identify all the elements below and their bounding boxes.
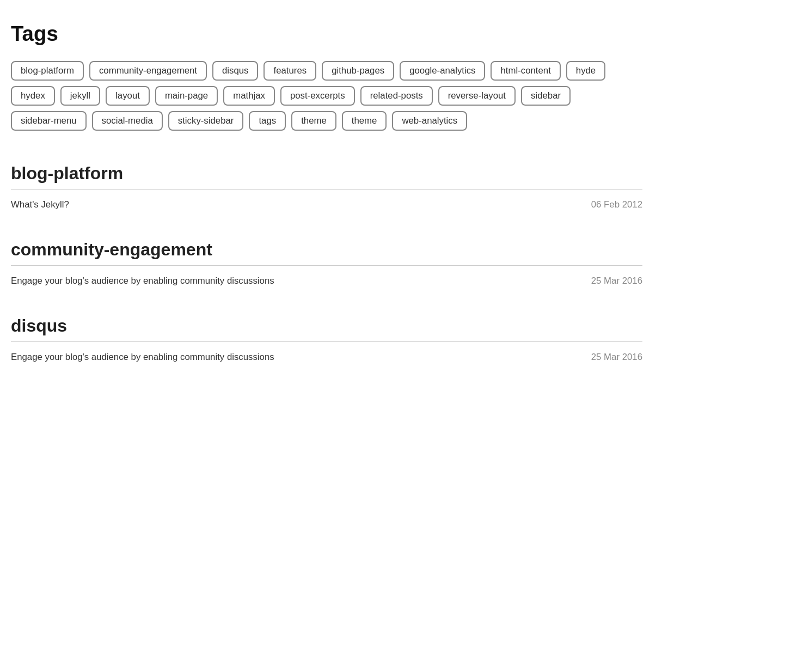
tag-badge[interactable]: layout: [106, 86, 150, 106]
tag-section: blog-platformWhat's Jekyll?06 Feb 2012: [11, 163, 642, 212]
tag-badge[interactable]: community-engagement: [89, 61, 207, 81]
tag-badge[interactable]: sticky-sidebar: [168, 111, 244, 131]
tag-badge[interactable]: blog-platform: [11, 61, 84, 81]
tag-badge[interactable]: web-analytics: [392, 111, 467, 131]
tag-post-row: What's Jekyll?06 Feb 2012: [11, 197, 642, 212]
tag-badge[interactable]: features: [263, 61, 316, 81]
tag-post-date: 25 Mar 2016: [591, 352, 642, 363]
tag-section: community-engagementEngage your blog's a…: [11, 240, 642, 289]
tag-badge[interactable]: jekyll: [60, 86, 100, 106]
tag-badge[interactable]: hyde: [566, 61, 605, 81]
tag-badge[interactable]: sidebar: [521, 86, 571, 106]
tag-badge[interactable]: reverse-layout: [438, 86, 516, 106]
tag-badge[interactable]: main-page: [155, 86, 218, 106]
tag-badge[interactable]: disqus: [212, 61, 259, 81]
tag-badge[interactable]: sidebar-menu: [11, 111, 87, 131]
tag-post-row: Engage your blog's audience by enabling …: [11, 273, 642, 289]
tags-container: blog-platformcommunity-engagementdisqusf…: [11, 61, 642, 131]
tag-section: disqusEngage your blog's audience by ena…: [11, 316, 642, 365]
tag-post-date: 25 Mar 2016: [591, 276, 642, 286]
tag-post-row: Engage your blog's audience by enabling …: [11, 350, 642, 365]
tag-badge[interactable]: theme: [291, 111, 336, 131]
tag-post-title[interactable]: Engage your blog's audience by enabling …: [11, 352, 274, 363]
tag-section-title: community-engagement: [11, 240, 642, 266]
tag-section-title: blog-platform: [11, 163, 642, 190]
tag-badge[interactable]: google-analytics: [400, 61, 485, 81]
tag-post-title[interactable]: What's Jekyll?: [11, 199, 69, 210]
tag-badge[interactable]: mathjax: [223, 86, 275, 106]
tag-badge[interactable]: related-posts: [360, 86, 433, 106]
tag-badge[interactable]: hydex: [11, 86, 55, 106]
tag-badge[interactable]: github-pages: [322, 61, 394, 81]
tag-badge[interactable]: post-excerpts: [280, 86, 355, 106]
tag-badge[interactable]: tags: [249, 111, 286, 131]
tag-post-title[interactable]: Engage your blog's audience by enabling …: [11, 276, 274, 286]
tag-post-date: 06 Feb 2012: [591, 199, 642, 210]
tag-badge[interactable]: html-content: [491, 61, 560, 81]
page-title: Tags: [11, 22, 642, 46]
tag-section-title: disqus: [11, 316, 642, 342]
tag-badge[interactable]: theme: [342, 111, 387, 131]
tag-badge[interactable]: social-media: [92, 111, 163, 131]
sections-container: blog-platformWhat's Jekyll?06 Feb 2012co…: [11, 163, 642, 365]
